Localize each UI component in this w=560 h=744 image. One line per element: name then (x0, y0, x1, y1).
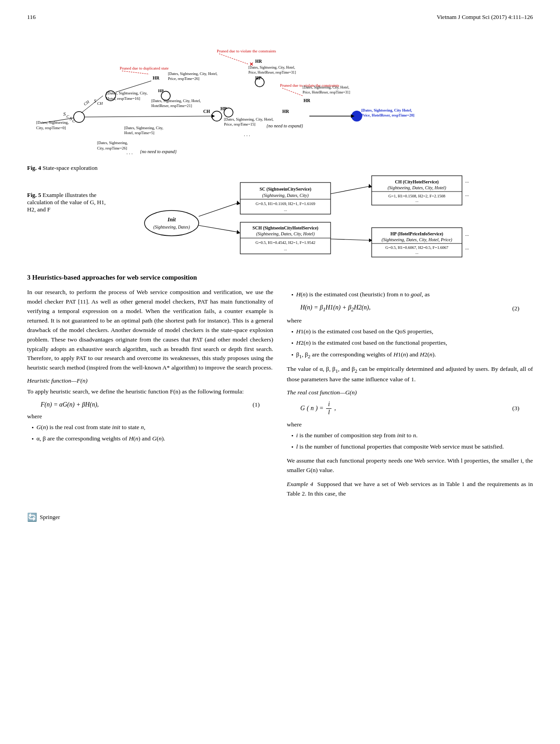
svg-text:...: ... (465, 192, 469, 197)
svg-text:Pruned due to violate  the  co: Pruned due to violate the constraints (217, 49, 276, 53)
bullet-hn-list: H(n) is the estimated cost (heuristic) f… (287, 290, 533, 299)
para-alpha: The value of α, β, β1, and β2 can be emp… (287, 365, 533, 384)
svg-text:S: S (63, 111, 66, 117)
svg-text:...: ... (465, 245, 469, 250)
svg-text:CH: CH (97, 101, 103, 106)
svg-text:...: ... (415, 250, 419, 255)
svg-text:City, respTime=0]: City, respTime=0] (36, 126, 66, 130)
svg-marker-64 (237, 201, 240, 205)
svg-text:[Dates, Sightseeing,: [Dates, Sightseeing, (97, 140, 128, 145)
figure4-container: S C [Dates, Sightseeing, City, respTime=… (27, 29, 533, 160)
svg-line-16 (122, 71, 149, 74)
svg-text:...: ... (284, 207, 287, 212)
journal-ref: Vietnam J Comput Sci (2017) 4:111–126 (437, 14, 533, 21)
bullet-item: G(n) is the real cost from state init to… (32, 423, 273, 432)
fig4-bold: Fig. 4 (27, 164, 41, 171)
springer-logo: 🔄 Springer (27, 512, 533, 522)
col-right: H(n) is the estimated cost (heuristic) f… (287, 273, 533, 503)
svg-text:(Sightseeing, Dates, City, Hot: (Sightseeing, Dates, City, Hotel) (256, 231, 315, 237)
svg-text:SCH (SightseeinCityHotelServic: SCH (SightseeinCityHotelService) (252, 225, 318, 231)
formula2-text: H(n) = β1H1(n) + β2H2(n), (300, 304, 370, 313)
sub-heading-fn: Heuristic function—F(n) (27, 377, 273, 384)
svg-text:Price, respTime=15]: Price, respTime=15] (224, 122, 256, 126)
svg-text:G=0.5, H1=0.4542, H2=1, F=1.95: G=0.5, H1=0.4542, H2=1, F=1.9542 (256, 240, 316, 245)
fig4-caption: Fig. 4 State-space exploration (27, 164, 533, 172)
where-label-1: where (27, 413, 273, 420)
example4-para: Example 4 Supposed that we have a set of… (287, 480, 533, 499)
bullet-list-3: i is the number of composition step from… (287, 431, 533, 452)
svg-text:CH: CH (203, 109, 210, 114)
where-label-2: where (287, 317, 533, 324)
svg-point-47 (224, 108, 233, 117)
svg-text:G=0.5, H1=0.6067, H2=0.5, F=1.: G=0.5, H1=0.6067, H2=0.5, F=1.6067 (385, 245, 448, 250)
formula3-num: (3) (512, 405, 519, 412)
svg-text:HP (HotelPriceInfoService): HP (HotelPriceInfoService) (391, 231, 443, 237)
svg-text:Pruned due to duplicated state: Pruned due to duplicated state (120, 66, 168, 70)
svg-line-63 (199, 203, 238, 216)
svg-text:[Dates, Sightseeing, City, Hot: [Dates, Sightseeing, City, Hotel, (151, 98, 201, 103)
svg-text:HR: HR (255, 59, 262, 64)
svg-text:HR: HR (303, 98, 311, 103)
svg-text:CH (CityHotelService): CH (CityHotelService) (395, 179, 439, 185)
where-label-3: where (287, 421, 533, 428)
formula1-text: F(n) = αG(n) + βH(n), (41, 401, 99, 408)
section-heading: 3 Heuristics-based approaches for web se… (27, 273, 273, 282)
svg-text:Hotel, respTime=16]: Hotel, respTime=16] (106, 96, 140, 101)
svg-text:C: C (72, 119, 75, 123)
springer-icon: 🔄 (27, 512, 37, 522)
page-number: 116 (27, 14, 36, 21)
svg-text:...: ... (465, 178, 469, 183)
svg-text:[Dates, Sightseeing, City,: [Dates, Sightseeing, City, (124, 126, 163, 130)
svg-text:...: ... (415, 198, 419, 203)
fig5-caption: Fig. 5 Example illustrates the calculati… (27, 173, 113, 213)
bullet-item: α, β are the corresponding weights of H(… (32, 434, 273, 444)
section3: 3 Heuristics-based approaches for web se… (27, 273, 533, 503)
svg-text:Hotel, respTime=5]: Hotel, respTime=5] (124, 131, 154, 135)
svg-marker-82 (237, 230, 240, 234)
bullet-hn: H(n) is the estimated cost (heuristic) f… (291, 290, 533, 299)
svg-text:Price, HotelReser, respTime=20: Price, HotelReser, respTime=20] (361, 113, 415, 117)
svg-text:City, respTime=26]: City, respTime=26] (97, 146, 127, 150)
fig5-bold: Fig. 5 (27, 192, 41, 198)
svg-text:SC (SightseeinCityService): SC (SightseeinCityService) (260, 187, 312, 192)
svg-marker-43 (211, 114, 215, 118)
figure5-svg: Init (Sightseeing, Dates) SC (Sightseein… (117, 173, 501, 264)
bullet-l: l is the number of functional properties… (291, 442, 533, 452)
svg-text:· · ·: · · · (126, 151, 133, 156)
svg-text:(Sightseeing, Dates): (Sightseeing, Dates) (153, 225, 190, 230)
svg-text:...: ... (465, 231, 469, 237)
svg-text:(Sightseeing, Dates, City, Hot: (Sightseeing, Dates, City, Hotel) (387, 185, 446, 191)
svg-text:(Sightseeing, Dates, City, Hot: (Sightseeing, Dates, City, Hotel, Price) (382, 237, 453, 243)
svg-text:[Dates, Sightseeing, City, Hot: [Dates, Sightseeing, City, Hotel, (303, 85, 349, 89)
page-header: 116 Vietnam J Comput Sci (2017) 4:111–12… (27, 14, 533, 21)
fig4-text: State-space exploration (41, 164, 98, 171)
figure4-svg: S C [Dates, Sightseeing, City, respTime=… (27, 29, 533, 160)
bullet-list-1: G(n) is the real cost from state init to… (27, 423, 273, 444)
sub-heading-gn: The real cost function—G(n) (287, 389, 533, 396)
svg-text:{no need to expand}: {no need to expand} (266, 123, 303, 128)
bullet-h1n: H1(n) is the estimated cost based on the… (291, 327, 533, 337)
formula3-block: G(n) = i l , (3) (300, 401, 519, 416)
formula2-num: (2) (512, 305, 519, 312)
col-left: 3 Heuristics-based approaches for web se… (27, 273, 273, 503)
svg-line-22 (219, 54, 248, 64)
svg-text:G=1, H1=0.1508, H2=2, F=2.1508: G=1, H1=0.1508, H2=2, F=2.1508 (388, 194, 445, 198)
svg-text:[Dates, Sightseeing,: [Dates, Sightseeing, (36, 120, 69, 125)
para-assume: We assume that each functional property … (287, 456, 533, 475)
svg-text:[Dates, Sightseeing, City, Hot: [Dates, Sightseeing, City, Hotel, (224, 117, 274, 122)
page: 116 Vietnam J Comput Sci (2017) 4:111–12… (0, 0, 560, 744)
svg-text:...: ... (284, 247, 287, 251)
svg-text:HotelReser, respTime=21]: HotelReser, respTime=21] (151, 103, 192, 108)
bullet-i: i is the number of composition step from… (291, 431, 533, 440)
svg-line-89 (331, 239, 370, 240)
svg-text:HR: HR (153, 75, 160, 80)
section-para2: To apply heuristic search, we define the… (27, 387, 273, 397)
bullet-h2n: H2(n) is the estimated cost based on the… (291, 338, 533, 348)
svg-text:Init: Init (167, 216, 176, 223)
svg-text:Price, HotelReser, respTime=31: Price, HotelReser, respTime=31] (248, 70, 296, 75)
svg-line-81 (199, 225, 238, 232)
figure5-row: Fig. 5 Example illustrates the calculati… (27, 173, 533, 264)
svg-line-42 (84, 116, 211, 117)
svg-text:[Dates, Sightseeing, City, Hot: [Dates, Sightseeing, City, Hotel, (168, 71, 218, 76)
formula1-num: (1) (252, 401, 260, 408)
